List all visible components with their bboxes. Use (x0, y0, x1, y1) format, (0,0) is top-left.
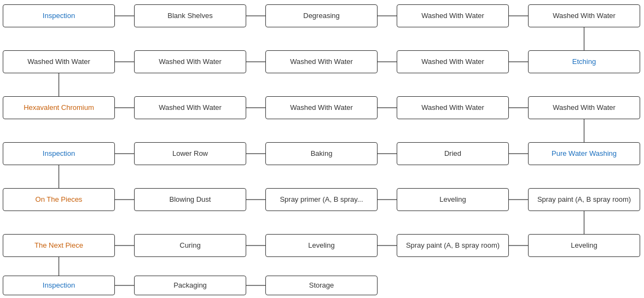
process-node-n20: Pure Water Washing (528, 142, 640, 165)
process-node-n19: Dried (397, 142, 509, 165)
process-node-n4: Washed With Water (397, 4, 509, 27)
process-node-n22: Blowing Dust (134, 188, 246, 211)
process-node-n5: Washed With Water (528, 4, 640, 27)
process-diagram: InspectionBlank ShelvesDegreasingWashed … (0, 0, 644, 298)
process-node-n15: Washed With Water (528, 96, 640, 119)
process-node-n9: Washed With Water (397, 50, 509, 73)
process-node-n12: Washed With Water (134, 96, 246, 119)
process-node-n14: Washed With Water (397, 96, 509, 119)
process-node-n27: Curing (134, 234, 246, 257)
process-node-n31: Inspection (3, 276, 115, 295)
process-node-n28: Leveling (265, 234, 378, 257)
process-node-n13: Washed With Water (265, 96, 378, 119)
process-node-n16: Inspection (3, 142, 115, 165)
process-node-n25: Spray paint (A, B spray room) (528, 188, 640, 211)
process-node-n1: Inspection (3, 4, 115, 27)
process-node-n23: Spray primer (A, B spray... (265, 188, 378, 211)
process-node-n24: Leveling (397, 188, 509, 211)
process-node-n11: Hexavalent Chromium (3, 96, 115, 119)
process-node-n7: Washed With Water (134, 50, 246, 73)
process-node-n32: Packaging (134, 276, 246, 295)
process-node-n30: Leveling (528, 234, 640, 257)
process-node-n3: Degreasing (265, 4, 378, 27)
process-node-n6: Washed With Water (3, 50, 115, 73)
process-node-n29: Spray paint (A, B spray room) (397, 234, 509, 257)
process-node-n10: Etching (528, 50, 640, 73)
process-node-n8: Washed With Water (265, 50, 378, 73)
process-node-n17: Lower Row (134, 142, 246, 165)
process-node-n33: Storage (265, 276, 378, 295)
process-node-n18: Baking (265, 142, 378, 165)
process-node-n21: On The Pieces (3, 188, 115, 211)
process-node-n2: Blank Shelves (134, 4, 246, 27)
process-node-n26: The Next Piece (3, 234, 115, 257)
